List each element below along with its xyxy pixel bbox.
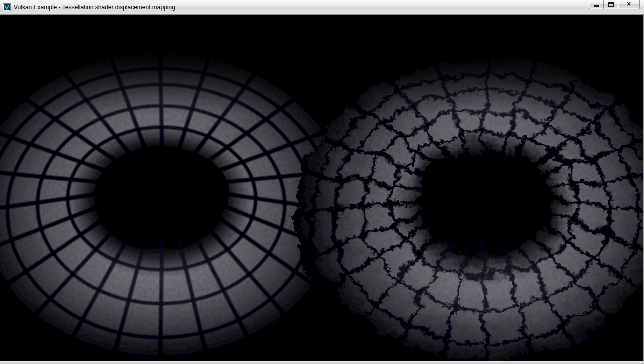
maximize-button[interactable] — [604, 0, 618, 10]
render-viewport[interactable] — [0, 15, 644, 361]
minimize-icon — [594, 6, 599, 7]
window-title: Vulkan Example - Tessellation shader dis… — [14, 4, 176, 11]
window-controls: × — [590, 0, 644, 10]
minimize-button[interactable] — [589, 0, 604, 10]
close-icon: × — [627, 0, 631, 8]
title-bar[interactable]: Vulkan Example - Tessellation shader dis… — [0, 0, 644, 15]
app-icon — [3, 4, 11, 12]
app-window: Vulkan Example - Tessellation shader dis… — [0, 0, 644, 364]
window-left-border — [0, 15, 0, 361]
window-bottom-border — [0, 361, 644, 364]
close-button[interactable]: × — [618, 0, 640, 10]
maximize-icon — [608, 2, 614, 7]
render-scene — [0, 15, 644, 361]
